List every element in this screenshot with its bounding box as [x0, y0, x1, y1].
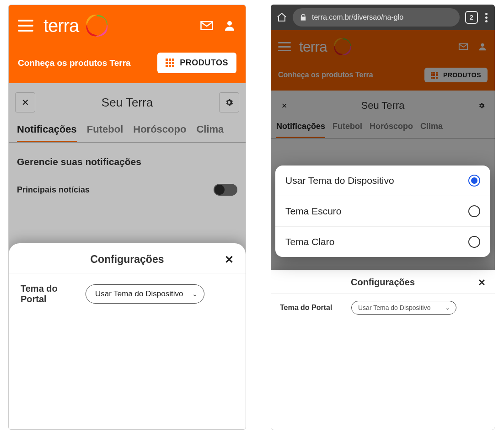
user-icon[interactable]	[223, 19, 236, 32]
subheader: Conheça os produtos Terra PRODUTOS	[271, 63, 495, 91]
brand-name: terra	[43, 16, 79, 36]
produtos-label: PRODUTOS	[443, 71, 481, 79]
tab-clima[interactable]: Clima	[196, 123, 224, 142]
menu-icon[interactable]	[18, 20, 33, 32]
panel-title: Seu Terra	[102, 96, 153, 110]
grid-icon	[166, 59, 174, 67]
produtos-label: PRODUTOS	[180, 58, 228, 68]
tab-notificacoes[interactable]: Notificações	[276, 122, 325, 138]
sheet-title: Configurações	[90, 253, 164, 266]
svg-point-1	[227, 21, 232, 26]
toggle-switch[interactable]	[214, 184, 237, 196]
theme-option-dark[interactable]: Tema Escuro	[275, 196, 490, 227]
home-icon[interactable]	[276, 12, 287, 23]
radio-selected-icon	[468, 175, 480, 187]
theme-option-light[interactable]: Tema Claro	[275, 227, 490, 257]
overflow-menu-icon[interactable]	[483, 13, 489, 22]
sheet-close-button[interactable]: ✕	[225, 253, 234, 266]
chevron-down-icon: ⌄	[192, 290, 198, 298]
produtos-button[interactable]: PRODUTOS	[157, 53, 236, 73]
subheader-text: Conheça os produtos Terra	[278, 71, 417, 79]
option-label: Tema Claro	[285, 236, 334, 247]
theme-option-device[interactable]: Usar Tema do Dispositivo	[275, 166, 490, 196]
settings-sheet: Configurações ✕ Tema do Portal Usar Tema…	[271, 270, 495, 430]
terra-logo-icon	[84, 13, 110, 38]
theme-select[interactable]: Usar Tema do Dispositivo ⌄	[86, 284, 204, 304]
tab-horoscopo[interactable]: Horóscopo	[370, 122, 413, 138]
settings-button[interactable]	[474, 98, 489, 113]
terra-logo-icon	[332, 37, 353, 57]
address-bar[interactable]: terra.com.br/diversao/na-glo	[293, 8, 460, 27]
theme-options-menu: Usar Tema do Dispositivo Tema Escuro Tem…	[275, 166, 490, 257]
radio-icon	[468, 236, 480, 248]
panel-close-button[interactable]: ✕	[15, 92, 35, 112]
tab-bar: Notificações Futebol Horóscopo Clima	[9, 121, 246, 143]
tab-count[interactable]: 2	[465, 11, 478, 24]
settings-sheet: Configurações ✕ Tema do Portal Usar Tema…	[9, 243, 246, 429]
svg-point-2	[481, 43, 484, 47]
left-screenshot: terra Conheça os produtos Terra PRODUTOS…	[8, 5, 246, 430]
lock-icon	[299, 13, 307, 21]
tab-bar: Notificações Futebol Horóscopo Clima	[271, 120, 495, 139]
menu-icon[interactable]	[278, 42, 291, 51]
toggle-label: Principais notícias	[17, 185, 90, 195]
theme-select-value: Usar Tema do Dispositivo	[358, 304, 430, 311]
panel-close-button[interactable]: ✕	[276, 98, 292, 113]
settings-button[interactable]	[219, 92, 239, 112]
theme-select[interactable]: Usar Tema do Dispositivo ⌄	[351, 301, 456, 315]
toggle-row-principais: Principais notícias	[17, 180, 237, 203]
address-url: terra.com.br/diversao/na-glo	[312, 13, 403, 21]
subheader: Conheça os produtos Terra PRODUTOS	[9, 46, 246, 83]
produtos-button[interactable]: PRODUTOS	[424, 68, 488, 82]
theme-select-value: Usar Tema do Dispositivo	[95, 289, 183, 299]
sheet-title: Configurações	[351, 277, 415, 288]
tab-notificacoes[interactable]: Notificações	[17, 123, 77, 142]
chevron-down-icon: ⌄	[445, 305, 450, 311]
brand-name: terra	[299, 38, 327, 55]
mail-icon[interactable]	[458, 42, 468, 52]
theme-field-label: Tema do Portal	[280, 304, 344, 312]
panel-title: Seu Terra	[361, 100, 405, 112]
app-header: terra	[271, 30, 495, 63]
theme-field-label: Tema do Portal	[21, 283, 75, 304]
svg-point-0	[91, 20, 103, 32]
radio-icon	[468, 205, 480, 217]
subheader-text: Conheça os produtos Terra	[18, 58, 150, 68]
option-label: Usar Tema do Dispositivo	[285, 175, 394, 186]
option-label: Tema Escuro	[285, 206, 342, 217]
mail-icon[interactable]	[200, 19, 214, 32]
tab-futebol[interactable]: Futebol	[332, 122, 362, 138]
grid-icon	[431, 72, 438, 79]
sheet-close-button[interactable]: ✕	[478, 277, 486, 288]
right-screenshot: terra.com.br/diversao/na-glo 2 terra Con…	[271, 5, 495, 430]
user-icon[interactable]	[477, 42, 488, 52]
app-header: terra	[9, 5, 246, 46]
body-heading: Gerencie suas notificações	[17, 156, 237, 167]
tab-horoscopo[interactable]: Horóscopo	[133, 123, 186, 142]
tab-clima[interactable]: Clima	[420, 122, 443, 138]
tab-futebol[interactable]: Futebol	[87, 123, 123, 142]
browser-chrome: terra.com.br/diversao/na-glo 2	[271, 5, 495, 30]
